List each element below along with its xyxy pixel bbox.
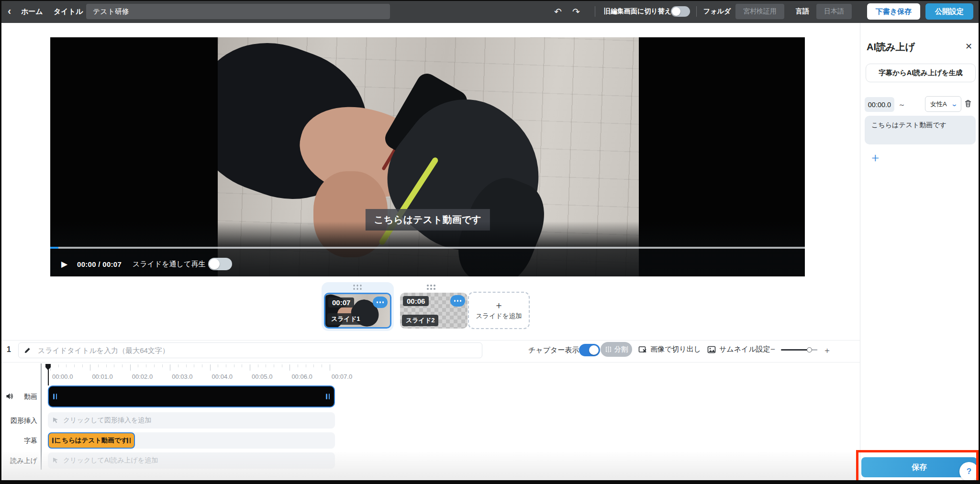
track-label-tts: 読み上げ <box>0 457 37 465</box>
crop-image-icon <box>638 345 647 354</box>
slide-card-selected[interactable]: 00:07 スライド1 <box>322 282 394 331</box>
trash-icon[interactable] <box>964 99 972 108</box>
tick-minor <box>122 364 122 367</box>
clip-trim-handle[interactable] <box>52 438 56 443</box>
video-clip[interactable] <box>48 385 335 407</box>
tick-minor <box>274 364 274 367</box>
folder-select-button[interactable]: 宮村検証用 <box>735 4 784 19</box>
clip-trim-handle[interactable] <box>127 438 131 443</box>
voice-select[interactable]: 女性A ⌄ <box>925 96 961 112</box>
back-icon[interactable]: ‹ <box>8 0 11 23</box>
redo-icon[interactable]: ↷ <box>572 0 580 23</box>
slide-title-input[interactable] <box>18 342 482 358</box>
tick-minor <box>313 364 314 367</box>
undo-icon[interactable]: ↶ <box>554 0 562 23</box>
tick-major <box>130 364 131 371</box>
window-edge <box>0 0 1 484</box>
tick-minor <box>282 364 282 367</box>
video-player[interactable]: こちらはテスト動画です ▶ 00:00 / 00:07 スライドを通して再生 <box>50 37 805 276</box>
tick-minor <box>162 364 163 367</box>
tick-minor <box>146 364 146 367</box>
video-editor-app: ‹ ホーム タイトル ↶ ↷ 旧編集画面に切り替え フォルダ 宮村検証用 言語 … <box>0 0 980 484</box>
subtitle-clip[interactable]: こちらはテスト動画です <box>48 432 135 449</box>
timeline-zoom-slider[interactable] <box>781 349 817 351</box>
tick-label: 00:00.0 <box>52 373 73 380</box>
tts-track-placeholder: クリックしてAI読み上げを追加 <box>63 456 158 465</box>
home-link[interactable]: ホーム <box>21 0 43 23</box>
tick-minor <box>58 364 59 367</box>
publish-settings-button[interactable]: 公開設定 <box>925 3 973 20</box>
split-label: 分割 <box>614 345 628 354</box>
progress-bar[interactable] <box>50 247 805 249</box>
tick-minor <box>234 364 234 367</box>
play-icon[interactable]: ▶ <box>61 259 67 269</box>
add-slide-button[interactable]: ＋ スライドを追加 <box>468 292 530 329</box>
video-title-input[interactable] <box>86 4 390 19</box>
add-segment-button[interactable]: ＋ <box>869 151 881 164</box>
tick-minor <box>82 364 83 367</box>
slide-index: 1 <box>7 345 11 354</box>
track-label-shape: 図形挿入 <box>0 417 37 425</box>
image-icon <box>707 345 716 354</box>
slide-2-thumbnail[interactable]: 00:06 スライド2 <box>400 293 468 329</box>
crop-image-button[interactable]: 画像で切り出し <box>638 342 701 357</box>
clip-trim-handle[interactable] <box>326 394 330 399</box>
more-options-icon[interactable] <box>373 297 388 308</box>
draft-save-button[interactable]: 下書き保存 <box>867 3 920 20</box>
tick-minor <box>106 364 107 367</box>
language-select-button[interactable]: 日本語 <box>816 4 852 19</box>
clip-trim-handle[interactable] <box>53 394 57 399</box>
panel-title: AI読み上げ <box>867 41 915 54</box>
tick-minor <box>226 364 226 367</box>
playthrough-toggle[interactable] <box>208 258 232 270</box>
tts-track[interactable]: クリックしてAI読み上げを追加 <box>48 452 335 469</box>
tick-minor <box>202 364 202 367</box>
zoom-in-button[interactable]: ＋ <box>823 345 831 356</box>
tick-minor <box>178 364 178 367</box>
more-options-icon[interactable] <box>450 295 465 307</box>
track-label-subtitle: 字幕 <box>0 437 37 445</box>
tick-minor <box>242 364 242 367</box>
tick-minor <box>66 364 67 367</box>
thumbnail-settings-label: サムネイル設定 <box>719 345 770 354</box>
player-controls: ▶ 00:00 / 00:07 スライドを通して再生 <box>50 253 805 275</box>
segment-text-input[interactable]: こちらはテスト動画です <box>865 116 976 144</box>
tick-major <box>90 364 90 371</box>
zoom-out-button[interactable]: − <box>770 345 775 354</box>
tick-minor <box>74 364 75 367</box>
split-button[interactable]: 分割 <box>601 342 632 357</box>
thumbnail-settings-button[interactable]: サムネイル設定 <box>707 342 770 357</box>
generate-tts-button[interactable]: 字幕からAI読み上げを生成 <box>866 64 976 82</box>
tick-minor <box>114 364 114 367</box>
close-icon[interactable]: ✕ <box>965 41 972 52</box>
tick-label: 00:07.0 <box>332 373 352 380</box>
chapter-display-toggle[interactable] <box>579 344 600 356</box>
legacy-editor-toggle[interactable] <box>671 6 690 17</box>
window-edge <box>0 0 980 1</box>
tick-label: 00:03.0 <box>172 373 192 380</box>
slider-knob[interactable] <box>807 347 812 352</box>
tick-minor <box>138 364 138 367</box>
tick-minor <box>298 364 298 367</box>
timeline-ruler[interactable]: 00:00.000:01.000:02.000:03.000:04.000:05… <box>50 364 337 384</box>
tick-major <box>250 364 250 371</box>
drag-handle-icon[interactable] <box>427 285 436 290</box>
tick-minor <box>154 364 155 367</box>
chevron-down-icon: ⌄ <box>951 100 958 108</box>
slide-name-badge: スライド2 <box>402 315 438 326</box>
track-label-video: 動画 <box>0 393 37 401</box>
shape-insert-track[interactable]: クリックして図形挿入を追加 <box>48 412 335 429</box>
tick-major <box>290 364 290 371</box>
top-bar: ‹ ホーム タイトル ↶ ↷ 旧編集画面に切り替え フォルダ 宮村検証用 言語 … <box>0 0 980 23</box>
tick-minor <box>258 364 258 367</box>
tick-minor <box>98 364 99 367</box>
tick-major <box>210 364 211 371</box>
folder-label: フォルダ <box>703 0 731 23</box>
separator <box>0 340 860 341</box>
add-slide-label: スライドを追加 <box>476 312 522 320</box>
help-button[interactable]: ? <box>959 462 979 481</box>
slide-1-thumbnail[interactable]: 00:07 スライド1 <box>324 293 391 329</box>
cursor-icon <box>53 417 59 424</box>
segment-start-time-input[interactable] <box>865 97 894 112</box>
drag-handle-icon[interactable] <box>353 285 362 290</box>
